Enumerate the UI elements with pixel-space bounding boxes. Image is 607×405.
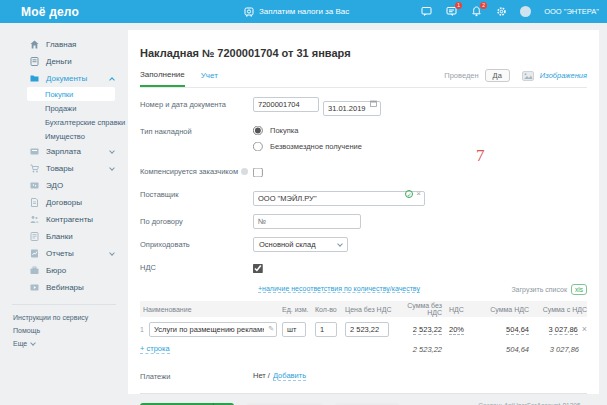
chevron-up-icon <box>109 77 115 83</box>
posted-toggle-button[interactable]: Да <box>485 69 510 82</box>
edit-pencil-icon[interactable]: ✎ <box>268 325 274 333</box>
warehouse-label: Оприходовать <box>140 237 253 249</box>
chevron-down-icon <box>30 340 36 346</box>
total-vat-sum: 504,64 <box>475 345 529 354</box>
footer-actions: Сохранить Копировать Удалить Сохранить и… <box>140 393 587 405</box>
tab-fill[interactable]: Заполнение <box>140 70 185 87</box>
item-vat-sum[interactable]: 504,64 <box>506 325 529 335</box>
sidebar-subitem-property[interactable]: Имущество <box>0 129 128 143</box>
sidebar-item-reports[interactable]: Отчеты <box>0 245 128 262</box>
top-bar: Моё дело Заплатим налоги за Вас 1 2 ООО … <box>0 0 607 23</box>
mismatch-link[interactable]: +наличие несоответствия по количеству/ка… <box>258 285 420 293</box>
upload-list-label: Загрузить список <box>511 286 567 293</box>
doc-number-label: Номер и дата документа <box>140 97 253 109</box>
type-option-purchase: Покупка <box>270 126 298 135</box>
briefcase-icon <box>30 266 39 275</box>
sidebar-item-documents[interactable]: Документы <box>0 70 128 87</box>
type-radio-gratuitous[interactable] <box>253 142 263 152</box>
col-unit: Ед. изм. <box>282 306 315 313</box>
total-sum-no-vat: 2 523,22 <box>392 345 442 354</box>
exchange-icon <box>30 181 39 190</box>
main-panel: Накладная № 7200001704 от 31 января Запо… <box>128 30 599 394</box>
gear-icon[interactable] <box>495 6 507 18</box>
sidebar-item-salary[interactable]: Зарплата <box>0 143 128 160</box>
item-unit-input[interactable] <box>282 322 306 337</box>
upload-xls-button[interactable]: xls <box>571 284 587 295</box>
image-icon <box>522 71 534 81</box>
sidebar-item-main[interactable]: Главная <box>0 36 128 53</box>
chat-icon[interactable]: 1 <box>445 6 457 18</box>
sidebar-item-goods[interactable]: Товары <box>0 160 128 177</box>
home-icon <box>30 40 39 49</box>
sidebar-subitem-sales[interactable]: Продажи <box>0 101 128 115</box>
item-name-input[interactable] <box>149 322 277 337</box>
sidebar-item-webinars[interactable]: Вебинары <box>0 279 128 296</box>
folder-icon <box>30 74 39 83</box>
sidebar-link-help[interactable]: Помощь <box>0 324 128 337</box>
safe-icon <box>244 7 254 17</box>
bell-icon[interactable]: 2 <box>470 6 482 18</box>
payments-add-link[interactable]: Добавить <box>273 371 306 381</box>
chevron-down-icon <box>337 241 343 247</box>
col-qty: Кол-во <box>315 306 345 313</box>
page-title: Накладная № 7200001704 от 31 января <box>140 47 587 59</box>
add-row-link[interactable]: + строка <box>140 344 170 354</box>
form-icon <box>30 232 39 241</box>
sidebar-item-contracts[interactable]: Договоры <box>0 194 128 211</box>
sidebar-link-more[interactable]: Еще <box>0 337 128 350</box>
item-total[interactable]: 3 027,86 <box>549 325 578 335</box>
sidebar-item-bureau[interactable]: Бюро <box>0 262 128 279</box>
item-qty-input[interactable] <box>315 322 337 337</box>
document-icon <box>30 198 39 207</box>
payments-value: Нет / <box>253 371 270 381</box>
money-icon <box>30 57 39 66</box>
avatar[interactable] <box>520 6 531 17</box>
col-name: Наименование <box>140 306 282 313</box>
doc-number-input[interactable] <box>253 97 319 112</box>
vat-label: НДС <box>140 260 253 272</box>
type-label: Тип накладной <box>140 124 253 136</box>
tab-account[interactable]: Учет <box>201 71 218 86</box>
item-sum-no-vat[interactable]: 2 523,22 <box>413 325 442 335</box>
type-option-gratuitous: Безвозмездное получение <box>270 142 362 151</box>
app-logo[interactable]: Моё дело <box>21 5 79 19</box>
contract-label: По договору <box>140 214 253 226</box>
sidebar-subitem-purchases[interactable]: Покупки <box>27 87 115 101</box>
sidebar: Главная Деньги Документы Покупки Продажи… <box>0 23 128 405</box>
promo-label: Заплатим налоги за Вас <box>259 7 349 16</box>
bell-badge: 2 <box>480 2 487 9</box>
calendar-icon[interactable] <box>370 100 377 107</box>
sidebar-item-blanks[interactable]: Бланки <box>0 228 128 245</box>
delete-row-icon[interactable]: × <box>582 324 587 334</box>
vat-checkbox[interactable] <box>253 264 263 274</box>
supplier-input[interactable] <box>253 191 425 206</box>
info-icon[interactable] <box>241 168 248 175</box>
form-row-warehouse: Оприходовать Основной склад <box>140 237 587 252</box>
payments-label: Платежи <box>140 371 253 381</box>
images-link[interactable]: Изображения <box>540 71 587 80</box>
type-radio-purchase[interactable] <box>253 126 263 136</box>
compensated-checkbox[interactable] <box>253 168 263 178</box>
form-row-contract: По договору <box>140 214 587 229</box>
sidebar-item-counterparties[interactable]: Контрагенты <box>0 211 128 228</box>
account-name[interactable]: ООО "ЭНТЕРА" <box>544 7 599 16</box>
compensated-label: Компенсируется заказчиком <box>140 167 238 176</box>
item-price-input[interactable] <box>345 322 389 337</box>
clear-supplier-icon[interactable]: × <box>416 190 421 198</box>
sidebar-item-money[interactable]: Деньги <box>0 53 128 70</box>
table-header: Наименование Ед. изм. Кол-во Цена без НД… <box>140 301 587 317</box>
sidebar-item-edo[interactable]: ЭДО <box>0 177 128 194</box>
sidebar-subitem-accounting-refs[interactable]: Бухгалтерские справки <box>0 115 128 129</box>
form-row-type: Тип накладной Покупка Безвозмездное полу… <box>140 124 587 156</box>
form-row-compensated: Компенсируется заказчиком <box>140 164 587 179</box>
promo-link[interactable]: Заплатим налоги за Вас <box>244 0 349 23</box>
item-vat-rate[interactable]: 20% <box>449 325 464 335</box>
messages-icon[interactable] <box>420 6 432 18</box>
contract-input[interactable] <box>253 214 361 229</box>
form-row-vat: НДС <box>140 260 587 275</box>
table-links-row: +наличие несоответствия по количеству/ка… <box>140 283 587 295</box>
sidebar-link-instructions[interactable]: Инструкции по сервису <box>0 311 128 324</box>
posted-label: Проведен <box>444 71 478 80</box>
warehouse-select[interactable]: Основной склад <box>253 237 348 252</box>
chevron-down-icon <box>109 165 115 171</box>
